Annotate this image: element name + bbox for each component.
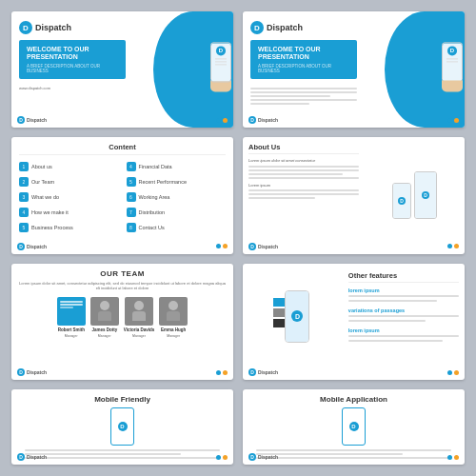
features-left: D — [243, 264, 343, 380]
phone-line3 — [215, 65, 228, 66]
footer-dots-8 — [447, 455, 459, 460]
feature-title-3: lorem ipsum — [348, 327, 459, 333]
dot-blue-4 — [447, 244, 452, 248]
mobile-app-icon-area: D — [250, 407, 457, 446]
member-card-content — [57, 297, 86, 326]
text-line — [248, 189, 359, 191]
phone-screen-2: D — [443, 44, 462, 82]
footer-text-5: Dispatch — [27, 369, 47, 375]
dot-orange-8 — [454, 455, 459, 460]
slide-features: D Other features lorem ipsum variations … — [243, 264, 465, 380]
slide6-footer: D Dispatch — [243, 368, 465, 376]
dot-blue-2 — [447, 118, 452, 123]
logo-text: Dispatch — [35, 23, 71, 32]
feature-item-3: lorem ipsum — [348, 327, 459, 343]
features-phone: D — [285, 290, 309, 343]
text-line — [248, 177, 359, 179]
dot-blue-8 — [447, 455, 452, 460]
footer-icon-5: D — [17, 368, 25, 376]
slide2-title: WELCOME TO OURPRESENTATION — [258, 46, 349, 62]
slide2-banner: WELCOME TO OURPRESENTATION A BRIEF DESCR… — [250, 40, 357, 79]
footer-dots-6 — [447, 370, 459, 375]
content-grid: 1 About us 4 Financial Data 2 Our Team 5… — [19, 160, 226, 234]
member-name-4: Emma Hugh — [161, 327, 186, 332]
phones-group: D D — [392, 171, 437, 219]
phone-hand-2: D — [442, 43, 463, 92]
slide1-logo-area: Dispatch — [19, 21, 126, 34]
text-line — [248, 197, 315, 199]
footer-logo-3: D Dispatch — [17, 243, 47, 250]
footer-logo-8: D Dispatch — [248, 453, 278, 461]
dot-blue — [216, 118, 221, 123]
mobile-icon-logo: D — [118, 422, 128, 431]
slide2-left: Dispatch WELCOME TO OURPRESENTATION A BR… — [243, 11, 365, 128]
member-photo-1 — [57, 297, 86, 326]
item-label: What we do — [31, 194, 59, 200]
features-title: Other features — [348, 271, 459, 283]
team-member-1: Robert Smith Manager — [57, 297, 86, 338]
member-photo-4 — [159, 297, 188, 326]
phone-screen-small: D — [393, 184, 410, 218]
slide4-footer: D Dispatch — [243, 243, 465, 250]
footer-text-4: Dispatch — [258, 244, 278, 249]
about-right: D D — [365, 137, 465, 253]
team-desc: Lorem ipsum dolor sit amet, consectetur … — [19, 281, 226, 291]
about-italic: Lorem ipsum dolor sit amet consectetur — [248, 158, 359, 163]
about-sub-label: Lorem ipsum — [248, 183, 359, 188]
text-line — [250, 95, 330, 97]
slide2-right: D — [365, 11, 465, 128]
footer-dots-3 — [216, 244, 228, 248]
item-num: 2 — [19, 177, 29, 187]
text-line — [248, 169, 359, 171]
footer-logo-7: D Dispatch — [17, 453, 47, 461]
item-num: 5 — [127, 177, 136, 187]
features-phone-wrap: D — [273, 288, 311, 355]
hand-shape-2 — [442, 81, 463, 92]
team-title: OUR TEAM — [19, 269, 226, 278]
mobile-friendly-phone: D — [110, 407, 134, 446]
team-member-4: Emma Hugh Manager — [159, 297, 188, 338]
footer-dots-2 — [447, 118, 459, 123]
item-label: How we make it — [31, 209, 69, 215]
dot-blue-5 — [216, 370, 221, 375]
member-photo-2 — [90, 297, 119, 326]
item-num: 5 — [19, 223, 29, 232]
text-line — [250, 91, 357, 93]
mobile-friendly-icon-area: D — [19, 407, 226, 446]
phone-icon-large: D — [422, 191, 429, 199]
slide-mobile-friendly: Mobile Friendly D D Dispatch — [11, 389, 233, 465]
app-logo: D — [216, 47, 226, 56]
mobile-app-title: Mobile Application — [250, 395, 457, 404]
card-line — [60, 304, 83, 306]
person-body — [132, 311, 146, 321]
logo-icon-2 — [250, 21, 264, 34]
dot-orange-4 — [454, 244, 459, 248]
features-right: Other features lorem ipsum variations of… — [343, 264, 465, 380]
member-role-4: Manager — [167, 334, 180, 338]
content-item-6: 6 Working Area — [127, 190, 227, 204]
footer-text-7: Dispatch — [27, 454, 47, 460]
slide5-footer: D Dispatch — [11, 368, 233, 376]
text-line — [250, 88, 357, 89]
person-head — [169, 301, 178, 310]
footer-logo-4: D Dispatch — [248, 243, 278, 250]
dot-orange-2 — [454, 118, 459, 123]
member-photo-3 — [125, 297, 153, 326]
content-item-10: 8 Contact Us — [127, 221, 227, 234]
phone-line1 — [215, 59, 228, 60]
footer-icon-4: D — [248, 243, 256, 250]
phone-hand: D — [210, 43, 231, 92]
text-line — [256, 449, 451, 451]
logo-icon — [19, 21, 32, 34]
slide-welcome-1: Dispatch WELCOME TO OURPRESENTATION A BR… — [11, 11, 233, 128]
dot-blue-3 — [216, 244, 221, 248]
dot-blue-6 — [447, 370, 452, 375]
item-num: 4 — [127, 162, 136, 171]
mobile-friendly-title: Mobile Friendly — [19, 395, 226, 404]
slide1-right: D — [133, 11, 233, 128]
phone-icon-small: D — [398, 197, 406, 205]
person-silhouette-2 — [90, 297, 119, 326]
slide1-subtitle: A BRIEF DESCRIPTION ABOUT OUR BUSINESS — [27, 64, 118, 73]
desc-line — [348, 295, 459, 297]
footer-dots-7 — [216, 455, 228, 460]
